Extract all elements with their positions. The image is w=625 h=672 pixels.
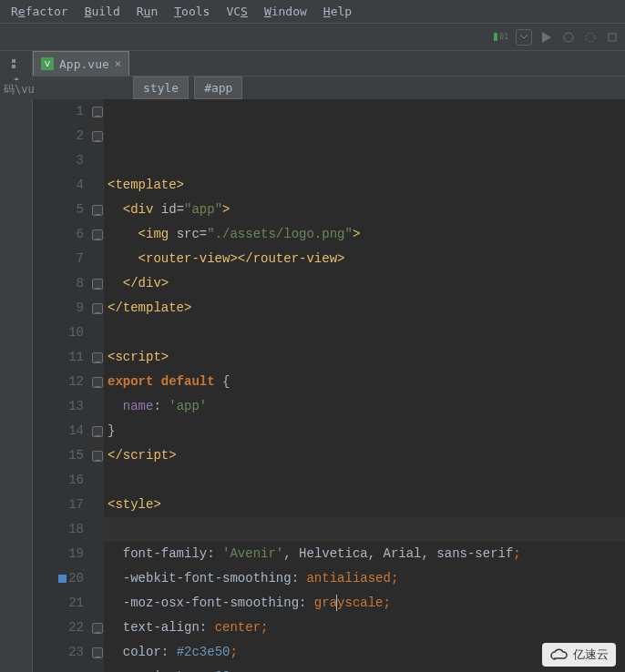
- project-path-fragment: 码\vu: [0, 80, 38, 99]
- line-number[interactable]: 17: [33, 493, 84, 517]
- svg-rect-2: [609, 34, 616, 41]
- menu-window[interactable]: Window: [257, 3, 314, 20]
- fold-handle[interactable]: [92, 623, 103, 634]
- line-number[interactable]: 11: [33, 345, 84, 370]
- cloud-icon: [549, 648, 569, 661]
- line-number[interactable]: 23: [33, 640, 84, 665]
- breadcrumb-app-selector[interactable]: #app: [194, 76, 242, 99]
- binary-icon[interactable]: 01: [494, 30, 508, 45]
- breadcrumb: style #app: [33, 76, 625, 99]
- line-number[interactable]: 1: [33, 99, 84, 124]
- line-number[interactable]: 2: [33, 124, 84, 148]
- more-icon[interactable]: [605, 30, 620, 45]
- menu-refactor[interactable]: Refactor: [4, 3, 76, 20]
- fold-handle[interactable]: [92, 279, 103, 290]
- menu-run[interactable]: Run: [129, 3, 165, 20]
- code-line[interactable]: -moz-osx-font-smoothing: grayscale;: [108, 591, 625, 616]
- breadcrumb-style[interactable]: style: [133, 76, 189, 99]
- fold-handle[interactable]: [92, 107, 103, 117]
- line-number[interactable]: 20: [33, 566, 84, 591]
- line-number[interactable]: 22: [33, 616, 84, 640]
- code-line[interactable]: <script>: [108, 345, 625, 370]
- tab-filename: App.vue: [59, 57, 109, 71]
- line-number[interactable]: 3: [33, 148, 84, 173]
- fold-handle[interactable]: [92, 303, 103, 314]
- line-number[interactable]: 21: [33, 591, 84, 616]
- menu-help[interactable]: Help: [316, 3, 359, 20]
- code-content[interactable]: <template> <div id="app"> <img src="./as…: [104, 99, 625, 672]
- code-line[interactable]: </div>: [108, 271, 625, 296]
- line-number[interactable]: 19: [33, 542, 84, 566]
- menu-tools[interactable]: Tools: [167, 3, 217, 20]
- run-config-dropdown[interactable]: [516, 29, 532, 46]
- code-line[interactable]: [108, 321, 625, 345]
- project-tool-strip[interactable]: 码\vu: [0, 51, 33, 672]
- menu-vcs[interactable]: VCS: [219, 3, 254, 20]
- fold-handle[interactable]: [92, 426, 103, 437]
- code-line[interactable]: <style>: [108, 493, 625, 517]
- line-number[interactable]: 13: [33, 394, 84, 419]
- code-line[interactable]: <template>: [108, 173, 625, 198]
- line-number[interactable]: 10: [33, 321, 84, 345]
- fold-gutter[interactable]: [91, 99, 104, 672]
- vue-file-icon: V: [41, 57, 54, 70]
- code-line[interactable]: name: 'app': [108, 394, 625, 419]
- code-line[interactable]: }: [108, 419, 625, 443]
- line-number[interactable]: 18: [33, 517, 84, 542]
- code-line[interactable]: <div id="app">: [108, 198, 625, 222]
- line-number[interactable]: 5: [33, 198, 84, 222]
- watermark-badge: 亿速云: [542, 643, 616, 667]
- svg-point-1: [586, 33, 595, 42]
- code-line[interactable]: </template>: [108, 296, 625, 321]
- svg-point-0: [564, 33, 573, 42]
- debug-icon[interactable]: [561, 30, 576, 45]
- code-editor[interactable]: 1234567891011121314151617181920212223 <t…: [33, 99, 625, 672]
- line-number[interactable]: 7: [33, 247, 84, 271]
- code-line[interactable]: text-align: center;: [108, 616, 625, 640]
- fold-handle[interactable]: [92, 131, 103, 142]
- menu-build[interactable]: Build: [77, 3, 128, 20]
- fold-handle[interactable]: [92, 352, 103, 363]
- code-line[interactable]: font-family: 'Avenir', Helvetica, Arial,…: [108, 542, 625, 566]
- fold-handle[interactable]: [92, 377, 103, 388]
- line-number[interactable]: 14: [33, 419, 84, 443]
- run-icon[interactable]: [539, 30, 554, 45]
- code-line[interactable]: -webkit-font-smoothing: antialiased;: [108, 566, 625, 591]
- line-number[interactable]: 16: [33, 468, 84, 493]
- tab-app-vue[interactable]: V App.vue ×: [33, 51, 129, 76]
- line-number[interactable]: 6: [33, 222, 84, 247]
- collapse-icon[interactable]: [9, 56, 24, 71]
- code-line[interactable]: [108, 468, 625, 493]
- code-line[interactable]: </script>: [108, 443, 625, 468]
- fold-handle[interactable]: [92, 647, 103, 658]
- breakpoint-marker[interactable]: [58, 575, 67, 583]
- line-number[interactable]: 4: [33, 173, 84, 198]
- line-number[interactable]: 15: [33, 443, 84, 468]
- line-number[interactable]: 12: [33, 370, 84, 394]
- line-number[interactable]: 9: [33, 296, 84, 321]
- toolbar: 01: [0, 24, 625, 51]
- code-line[interactable]: <router-view></router-view>: [108, 247, 625, 271]
- tab-close-icon[interactable]: ×: [115, 57, 121, 70]
- code-line[interactable]: <img src="./assets/logo.png">: [108, 222, 625, 247]
- stop-icon[interactable]: [583, 30, 598, 45]
- code-line[interactable]: export default {: [108, 370, 625, 394]
- line-number[interactable]: 8: [33, 271, 84, 296]
- fold-handle[interactable]: [92, 205, 103, 216]
- main-menubar: Refactor Build Run Tools VCS Window Help: [0, 0, 625, 24]
- line-number-gutter[interactable]: 1234567891011121314151617181920212223: [33, 99, 91, 672]
- fold-handle[interactable]: [92, 451, 103, 462]
- fold-handle[interactable]: [92, 229, 103, 240]
- editor-tabs: V App.vue ×: [33, 51, 625, 76]
